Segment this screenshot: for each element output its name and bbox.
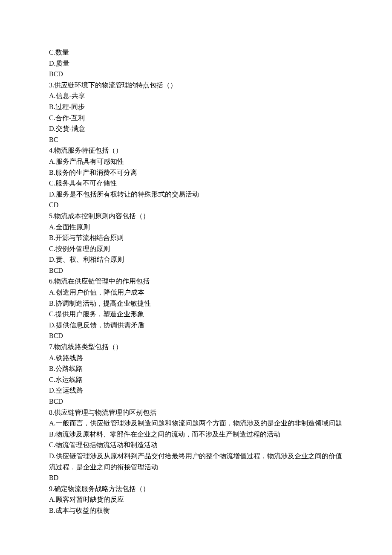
document-body: C.数量D.质量BCD3.供应链环境下的物流管理的特点包括（）A.信息-共享B.…: [49, 47, 343, 516]
text-line: BCD: [49, 69, 343, 80]
text-line: D.提供信息反馈，协调供需矛盾: [49, 320, 343, 331]
text-line: BD: [49, 472, 343, 483]
text-line: 8.供应链管理与物流管理的区别包括: [49, 407, 343, 418]
text-line: B.开源与节流相结合原则: [49, 232, 343, 243]
text-line: D.交货-满意: [49, 123, 343, 134]
text-line: A.创造用户价值，降低用户成本: [49, 287, 343, 298]
text-line: C.物流管理包括物流活动和制造活动: [49, 439, 343, 451]
text-line: B.物流涉及原材料、零部件在企业之间的流动，而不涉及生产制造过程的活动: [49, 429, 343, 440]
text-line: D.服务是不包括所有权转让的特殊形式的交易活动: [49, 189, 343, 200]
text-line: 4.物流服务特征包括（）: [49, 145, 343, 156]
text-line: CD: [49, 199, 343, 211]
text-line: B.过程-同步: [49, 101, 343, 113]
text-line: B.协调制造活动，提高企业敏捷性: [49, 298, 343, 309]
text-line: C.按例外管理的原则: [49, 243, 343, 254]
text-line: C.服务具有不可存储性: [49, 178, 343, 189]
text-line: BCD: [49, 265, 343, 276]
text-line: 7.物流线路类型包括（）: [49, 341, 343, 353]
text-line: A.服务产品具有可感知性: [49, 156, 343, 167]
text-line: C.水运线路: [49, 374, 343, 385]
text-line: B.公路线路: [49, 363, 343, 374]
text-line: D.质量: [49, 58, 343, 69]
text-line: BCD: [49, 396, 343, 407]
text-line: A.顾客对暂时缺货的反应: [49, 494, 343, 505]
text-line: C.提供用户服务，塑造企业形象: [49, 309, 343, 320]
text-line: A.铁路线路: [49, 353, 343, 364]
text-line: A.一般而言，供应链管理涉及制造问题和物流问题两个方面，物流涉及的是企业的非制造…: [49, 418, 343, 429]
text-line: 9.确定物流服务战略方法包括（）: [49, 483, 343, 494]
text-line: B.服务的生产和消费不可分离: [49, 167, 343, 178]
text-line: A.信息-共享: [49, 90, 343, 101]
text-line: D.空运线路: [49, 385, 343, 396]
text-line: D.供应链管理涉及从原材料到产品交付给最终用户的整个物流增值过程，物流涉及企业之…: [49, 451, 343, 472]
text-line: 3.供应链环境下的物流管理的特点包括（）: [49, 80, 343, 91]
text-line: 6.物流在供应链管理中的作用包括: [49, 276, 343, 287]
text-line: BCD: [49, 330, 343, 341]
text-line: B.成本与收益的权衡: [49, 505, 343, 516]
text-line: A.全面性原则: [49, 222, 343, 233]
text-line: D.责、权、利相结合原则: [49, 254, 343, 265]
text-line: BC: [49, 134, 343, 145]
text-line: C.合作-互利: [49, 113, 343, 124]
text-line: C.数量: [49, 47, 343, 58]
text-line: 5.物流成本控制原则内容包括（）: [49, 211, 343, 222]
